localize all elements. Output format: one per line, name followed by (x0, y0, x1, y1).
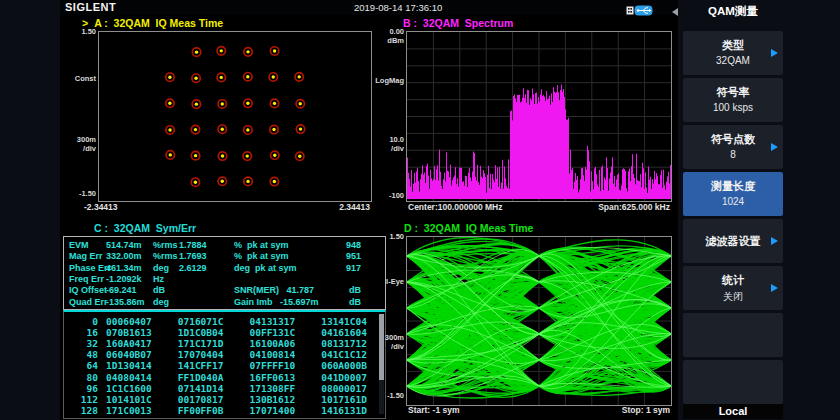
menu-item-type[interactable]: 类型32QAM (683, 31, 783, 75)
hex-row: 4806040B071707040404100814041C1C12 (64, 349, 385, 360)
hex-group: 1014101C (106, 394, 152, 405)
submenu-arrow-icon (771, 143, 778, 151)
d-ydiv-unit-label: /div (360, 342, 404, 351)
hex-group: 04100814 (249, 349, 295, 360)
hex-group: 1D1C0B04 (178, 327, 224, 338)
constellation-plot[interactable] (98, 31, 372, 202)
menu-item-value: 关闭 (683, 290, 783, 304)
hex-group: 13141C04 (321, 316, 367, 327)
meas-cell: 514.74m (106, 240, 152, 250)
b-trace-label: LogMag (360, 76, 404, 85)
meas-cell: -69.241 (106, 285, 152, 295)
window-b-title: B : 32QAM Spectrum (403, 17, 513, 29)
d-stop-label: Stop: 1 sym (490, 405, 670, 415)
menu-item-empty-2[interactable] (683, 360, 783, 404)
menu-item-empty-1[interactable] (683, 313, 783, 357)
local-button[interactable]: Local (683, 404, 783, 419)
meas-cell: %rms (153, 240, 179, 250)
hex-row-index: 16 (64, 327, 98, 338)
hex-group: FF1D040A (178, 372, 224, 383)
menu-item-filter-settings[interactable]: 滤波器设置 (683, 219, 783, 263)
instrument-screenshot: SIGLENT 2019-08-14 17:36:10 >A : 32QAM I… (0, 0, 840, 420)
datetime-label: 2019-08-14 17:36:10 (354, 2, 442, 13)
meas-cell: Hz (153, 274, 179, 284)
menu-item-label: 符号点数 (683, 132, 783, 147)
measurement-table: EVM514.74m%rms1.7884% pk at sym948Mag Er… (63, 236, 386, 310)
menu-item-label: 滤波器设置 (683, 234, 783, 249)
a-x-min-label: -2.34413 (84, 202, 118, 212)
menu-item-label: 符号率 (683, 85, 783, 100)
top-bar: SIGLENT 2019-08-14 17:36:10 (60, 0, 678, 15)
b-y-max-label: 0.00 (360, 27, 404, 36)
hex-group: 16FF0613 (249, 372, 295, 383)
hex-group: 16100A06 (249, 338, 295, 349)
d-start-label: Start: -1 sym (408, 405, 460, 415)
meas-cell: 951 (314, 251, 361, 261)
meas-cell: IQ Offset (69, 285, 107, 295)
menu-title: QAM测量 (683, 4, 783, 19)
b-center-freq-label: Center:100.000000 MHz (408, 202, 503, 212)
meas-cell: 1.7884 (179, 240, 233, 250)
meas-cell: Mag Err (69, 251, 107, 261)
a-y-min-label: -1.50 (62, 189, 96, 198)
menu-item-symbol-points[interactable]: 符号点数8 (683, 125, 783, 169)
d-trace-label: I-Eye (360, 277, 404, 286)
menu-item-value: 100 ksps (683, 102, 783, 113)
spectrum-plot[interactable] (406, 31, 672, 202)
menu-item-statistics[interactable]: 统计关闭 (683, 266, 783, 310)
meas-cell: Freq Err (69, 274, 107, 284)
menu-item-meas-length[interactable]: 测量长度1024 (683, 172, 783, 216)
hex-group: 17070404 (178, 349, 224, 360)
menu-item-label: 测量长度 (683, 179, 783, 194)
a-ydiv-label: 300m (62, 135, 96, 144)
hex-group: 04080414 (106, 372, 152, 383)
meas-cell: -135.86m (106, 297, 152, 307)
window-d-title: D : 32QAM IQ Meas Time (404, 222, 533, 234)
hex-row: 16070B16131D1C0B0400FF131C04161604 (64, 327, 385, 338)
eye-diagram-plot[interactable] (406, 236, 672, 406)
menu-sidebar: QAM测量 类型32QAM符号率100 ksps符号点数8测量长度1024滤波器… (678, 0, 840, 420)
hex-group: 171C0013 (106, 405, 152, 416)
hex-group: 1D130414 (106, 360, 152, 371)
hex-group: 1C1C1600 (106, 383, 152, 394)
b-ydiv-unit-label: /div (360, 144, 404, 153)
b-span-label: Span:625.000 kHz (490, 202, 670, 212)
meas-cell: 1.7693 (179, 251, 233, 261)
hex-group: 0716071C (178, 316, 224, 327)
submenu-arrow-icon (771, 237, 778, 245)
hex-group: 17071400 (249, 405, 295, 416)
hex-group: 141CFF17 (178, 360, 224, 371)
d-y-max-label: 1.50 (360, 232, 404, 241)
meas-cell: 461.34m (106, 263, 152, 273)
meas-cell: 2.6129 (179, 263, 233, 273)
symbol-hex-table[interactable]: 0000604070716071C0413131713141C0416070B1… (63, 310, 386, 419)
usb-icon (626, 2, 654, 13)
hex-group: 1416131D (321, 405, 367, 416)
meas-cell: Quad Err (69, 297, 107, 307)
meas-cell: 917 (314, 263, 361, 273)
meas-cell: 332.00m (106, 251, 152, 261)
display-area: SIGLENT 2019-08-14 17:36:10 >A : 32QAM I… (60, 0, 678, 420)
b-ydiv-label: 10.0 (360, 135, 404, 144)
hex-group: 070B1613 (106, 327, 152, 338)
a-ydiv-unit-label: /div (62, 144, 96, 153)
d-y-min-label: -1.50 (360, 391, 404, 400)
meas-cell: Phase Err (69, 263, 107, 273)
meas-cell: dB (314, 285, 361, 295)
menu-item-label: 类型 (683, 38, 783, 53)
hex-row: 641D130414141CFF1707FFFF10060A000B (64, 360, 385, 371)
hex-row: 8004080414FF1D040A16FF0613041D0007 (64, 372, 385, 383)
meas-cell: -1.2092k (106, 274, 152, 284)
hex-row-index: 0 (64, 316, 98, 327)
hex-row-index: 80 (64, 372, 98, 383)
hex-row-index: 128 (64, 405, 98, 416)
hex-group: 04131317 (249, 316, 295, 327)
hex-row: 961C1C160007141D14171308FF08000017 (64, 383, 385, 394)
menu-item-value: 32QAM (683, 55, 783, 66)
hex-row: 1121014101C00170817130B16121017161D (64, 394, 385, 405)
window-c-title: C : 32QAM Sym/Err (94, 222, 196, 234)
hex-group: 171C171D (178, 338, 224, 349)
hex-group: 06040B07 (106, 349, 152, 360)
menu-item-symbol-rate[interactable]: 符号率100 ksps (683, 78, 783, 122)
menu-item-label: 统计 (683, 273, 783, 288)
